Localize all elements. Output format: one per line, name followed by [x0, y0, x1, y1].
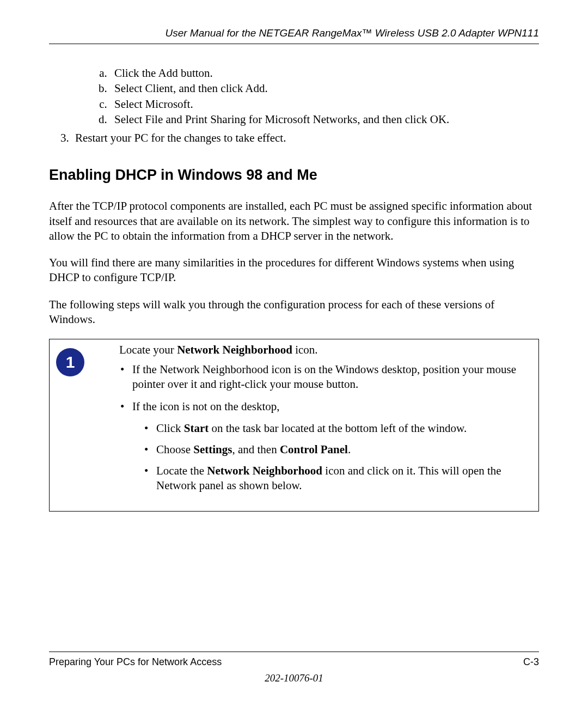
text: Locate your — [119, 343, 177, 356]
callout-body: Locate your Network Neighborhood icon. I… — [96, 343, 531, 501]
step-number: 1 — [66, 353, 75, 372]
list-item: Locate the Network Neighborhood icon and… — [156, 464, 531, 494]
page-footer: Preparing Your PCs for Network Access C-… — [49, 652, 539, 668]
section-heading: Enabling DHCP in Windows 98 and Me — [49, 167, 539, 184]
alpha-sublist: Click the Add button. Select Client, and… — [49, 66, 539, 126]
header-title: User Manual for the NETGEAR RangeMax™ Wi… — [165, 27, 539, 39]
footer-left: Preparing Your PCs for Network Access — [49, 656, 222, 668]
text: Choose — [156, 443, 193, 456]
list-item: Select Client, and then click Add. — [110, 81, 539, 95]
page: User Manual for the NETGEAR RangeMax™ Wi… — [0, 0, 588, 706]
text: Locate the — [156, 464, 207, 477]
text: on the task bar located at the bottom le… — [209, 422, 467, 435]
text: Click — [156, 422, 184, 435]
text-bold: Network Neighborhood — [177, 343, 292, 356]
text-bold: Network Neighborhood — [207, 464, 322, 477]
list-item: Choose Settings, and then Control Panel. — [156, 442, 531, 457]
list-item: Select File and Print Sharing for Micros… — [110, 112, 539, 126]
text: icon. — [292, 343, 318, 356]
numbered-list: Restart your PC for the changes to take … — [49, 131, 539, 145]
list-item: Select Microsoft. — [110, 97, 539, 111]
list-item: Restart your PC for the changes to take … — [72, 131, 539, 145]
step-callout: 1 Locate your Network Neighborhood icon.… — [49, 339, 539, 511]
list-item: If the icon is not on the desktop, Click… — [132, 399, 531, 493]
text-bold: Settings — [193, 443, 232, 456]
text-bold: Control Panel — [280, 443, 348, 456]
callout-lead: Locate your Network Neighborhood icon. — [119, 343, 531, 357]
bullet-list: If the Network Neighborhood icon is on t… — [96, 362, 531, 494]
text: If the icon is not on the desktop, — [132, 400, 280, 413]
list-item: Click Start on the task bar located at t… — [156, 421, 531, 436]
document-number: 202-10076-01 — [0, 672, 588, 684]
bullet-sublist: Click Start on the task bar located at t… — [132, 421, 531, 494]
footer-right: C-3 — [523, 656, 539, 668]
text-bold: Start — [184, 422, 209, 435]
step-number-badge: 1 — [56, 348, 84, 376]
list-item: If the Network Neighborhood icon is on t… — [132, 362, 531, 392]
text: , and then — [232, 443, 279, 456]
page-header: User Manual for the NETGEAR RangeMax™ Wi… — [49, 27, 539, 44]
paragraph: You will find there are many similaritie… — [49, 255, 539, 285]
text: . — [348, 443, 351, 456]
list-item: Click the Add button. — [110, 66, 539, 80]
paragraph: After the TCP/IP protocol components are… — [49, 199, 539, 244]
paragraph: The following steps will walk you throug… — [49, 297, 539, 327]
